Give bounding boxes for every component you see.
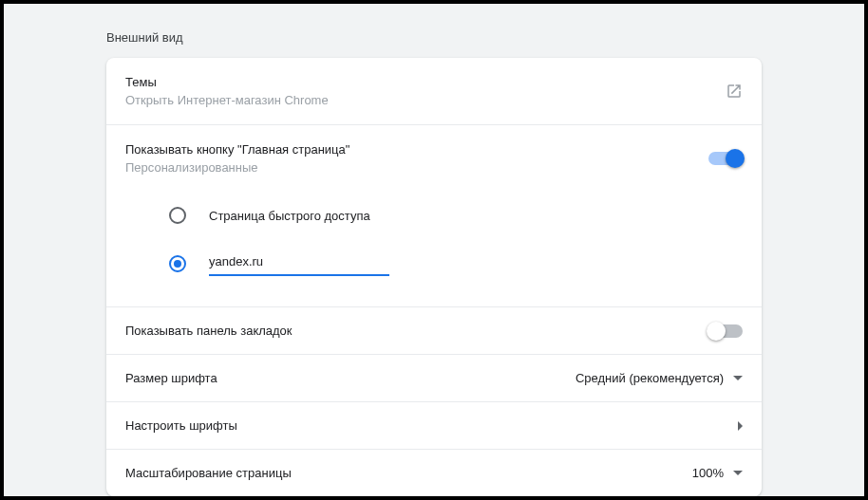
chevron-down-icon [733,471,743,475]
bookmarks-bar-title: Показывать панель закладок [125,324,292,338]
customize-fonts-row[interactable]: Настроить шрифты [106,401,762,449]
themes-row[interactable]: Темы Открыть Интернет-магазин Chrome [106,58,762,124]
page-zoom-value: 100% [692,466,724,480]
section-title: Внешний вид [106,30,864,45]
chevron-right-icon [738,421,743,431]
page-zoom-row[interactable]: Масштабирование страницы 100% [106,449,762,496]
external-link-icon [726,83,743,100]
themes-title: Темы [125,75,329,89]
appearance-card: Темы Открыть Интернет-магазин Chrome Пок… [106,58,762,496]
home-button-subtitle: Персонализированные [125,160,349,175]
home-button-text: Показывать кнопку "Главная страница" Пер… [125,142,349,175]
themes-subtitle: Открыть Интернет-магазин Chrome [125,93,329,107]
page-zoom-title: Масштабирование страницы [125,466,292,480]
page-zoom-select[interactable]: 100% [692,466,743,480]
toggle-thumb [726,149,745,168]
radio-label-quick-access: Страница быстрого доступа [209,209,370,223]
radio-icon [169,207,186,224]
font-size-value: Средний (рекомендуется) [576,371,724,385]
home-button-toggle[interactable] [708,152,743,165]
home-url-input[interactable] [209,250,389,276]
toggle-thumb [707,322,726,341]
font-size-select[interactable]: Средний (рекомендуется) [576,371,743,385]
home-button-row: Показывать кнопку "Главная страница" Пер… [106,124,762,192]
radio-option-custom-url[interactable] [125,233,743,286]
font-size-title: Размер шрифта [125,371,217,385]
chevron-down-icon [733,376,743,380]
radio-option-quick-access[interactable]: Страница быстрого доступа [125,197,743,233]
font-size-row[interactable]: Размер шрифта Средний (рекомендуется) [106,354,762,401]
settings-appearance-page: Внешний вид Темы Открыть Интернет-магази… [4,4,864,496]
themes-text: Темы Открыть Интернет-магазин Chrome [125,75,329,107]
bookmarks-bar-toggle[interactable] [708,324,743,338]
home-button-title: Показывать кнопку "Главная страница" [125,142,349,157]
customize-fonts-title: Настроить шрифты [125,418,237,433]
home-button-options: Страница быстрого доступа [106,192,762,306]
bookmarks-bar-row: Показывать панель закладок [106,306,762,354]
radio-icon [169,255,186,272]
